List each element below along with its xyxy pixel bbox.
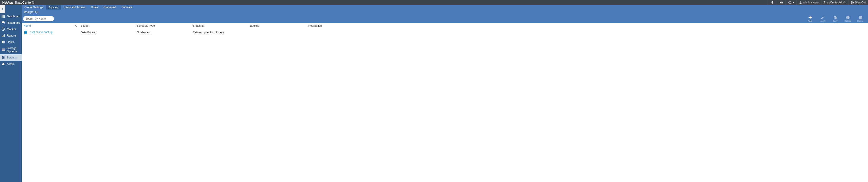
svg-rect-30	[3, 64, 3, 64]
svg-rect-44	[75, 26, 76, 26]
column-snapshot[interactable]: Snapshot	[191, 23, 248, 29]
cell-replication	[307, 29, 868, 36]
svg-rect-17	[2, 36, 2, 37]
tab-roles[interactable]: Roles	[88, 5, 101, 10]
svg-rect-11	[4, 16, 5, 17]
svg-rect-31	[3, 65, 3, 65]
svg-rect-21	[3, 41, 5, 42]
sidebar-item-label: Settings	[7, 56, 17, 59]
toolbar-actions: New Modify Copy Details Delete	[804, 15, 867, 23]
cell-schedule: On demand	[135, 29, 191, 36]
svg-rect-22	[2, 42, 3, 43]
messages-button[interactable]	[777, 0, 786, 5]
sidebar-item-hosts[interactable]: Hosts	[0, 39, 22, 45]
tab-credential[interactable]: Credential	[101, 5, 119, 10]
sidebar-item-reports[interactable]: Reports	[0, 32, 22, 39]
signout-icon	[851, 1, 854, 4]
chevron-down-icon	[793, 2, 794, 3]
sidebar-item-alerts[interactable]: Alerts	[0, 61, 22, 67]
tab-users-access[interactable]: Users and Access	[61, 5, 88, 10]
cell-name[interactable]: psql online backup	[22, 29, 79, 36]
copy-icon	[833, 15, 837, 20]
signout-button[interactable]: Sign Out	[848, 0, 868, 5]
svg-point-27	[2, 57, 3, 57]
search-input[interactable]	[25, 17, 52, 20]
svg-point-38	[848, 16, 848, 17]
svg-rect-6	[2, 15, 2, 15]
help-button[interactable]	[786, 0, 797, 5]
tab-policies[interactable]: Policies	[46, 5, 61, 10]
sidebar-item-resources[interactable]: Resources	[0, 20, 22, 26]
database-icon	[24, 30, 28, 34]
new-button[interactable]: New	[804, 15, 816, 23]
sidebar-item-settings[interactable]: Settings	[0, 54, 22, 61]
user-icon	[799, 1, 802, 4]
policy-type-subheader: PostgreSQL	[22, 10, 868, 14]
column-scope[interactable]: Scope	[79, 23, 135, 29]
sidebar-collapse-toggle[interactable]	[0, 5, 5, 13]
sidebar-item-dashboard[interactable]: Dashboard	[0, 13, 22, 20]
sidebar-item-label: Monitor	[7, 28, 16, 31]
svg-rect-18	[3, 35, 4, 37]
monitor-icon	[1, 27, 5, 31]
reports-icon	[1, 34, 5, 37]
sort-indicator-icon	[74, 25, 77, 27]
details-button[interactable]: Details	[841, 15, 854, 23]
table-header-row: Name Scope Schedule Type Snapshot Backup…	[22, 23, 868, 29]
svg-rect-12	[2, 17, 2, 18]
svg-rect-23	[3, 42, 5, 43]
pencil-icon	[820, 15, 825, 20]
sidebar-item-label: Alerts	[7, 62, 14, 66]
user-menu[interactable]: administrator	[797, 0, 821, 5]
column-backup[interactable]: Backup	[248, 23, 307, 29]
dashboard-icon	[1, 14, 5, 18]
column-schedule[interactable]: Schedule Type	[135, 23, 191, 29]
svg-rect-8	[4, 15, 5, 15]
policies-table: Name Scope Schedule Type Snapshot Backup…	[22, 23, 868, 36]
modify-button[interactable]: Modify	[816, 15, 829, 23]
svg-rect-13	[3, 17, 3, 18]
brand-company: NetApp	[2, 1, 13, 4]
delete-button[interactable]: Delete	[854, 15, 867, 23]
svg-point-4	[789, 3, 790, 3]
info-icon	[846, 15, 850, 20]
help-icon	[788, 1, 792, 4]
svg-rect-39	[859, 17, 862, 19]
sidebar-item-storage[interactable]: Storage Systems	[0, 45, 22, 54]
svg-rect-14	[4, 17, 5, 18]
user-role-label: administrator	[803, 1, 819, 4]
sidebar-item-label: Reports	[7, 34, 17, 37]
main-content: Global Settings Policies Users and Acces…	[22, 5, 868, 182]
svg-rect-35	[835, 17, 837, 20]
trash-icon	[858, 15, 863, 20]
copy-button[interactable]: Copy	[829, 15, 841, 23]
tab-software[interactable]: Software	[119, 5, 135, 10]
column-replication[interactable]: Replication	[307, 23, 868, 29]
svg-rect-19	[4, 34, 5, 37]
tab-global-settings[interactable]: Global Settings	[22, 5, 46, 10]
table-row[interactable]: psql online backup Data Backup On demand…	[22, 29, 868, 36]
resources-icon	[1, 21, 5, 25]
sidebar-item-monitor[interactable]: Monitor	[0, 26, 22, 32]
tenant-label[interactable]: SnapCenterAdmin	[821, 0, 848, 5]
search-box[interactable]	[23, 16, 54, 21]
svg-point-29	[2, 58, 3, 59]
settings-icon	[1, 56, 5, 59]
sidebar-item-label: Dashboard	[7, 15, 20, 18]
mail-icon	[780, 1, 783, 4]
svg-rect-33	[809, 17, 812, 18]
alerts-icon	[1, 62, 5, 66]
svg-rect-41	[860, 16, 861, 16]
brand-product: SnapCenter®	[15, 1, 34, 4]
cell-snapshot: Retain copies for : 7 days	[191, 29, 248, 36]
notifications-button[interactable]	[768, 0, 777, 5]
svg-rect-37	[848, 17, 848, 19]
sidebar-item-label: Resources	[7, 21, 20, 25]
cell-scope: Data Backup	[79, 29, 135, 36]
brand-logo: NetApp SnapCenter®	[1, 1, 34, 4]
svg-rect-25	[2, 49, 5, 50]
storage-icon	[1, 48, 5, 51]
svg-rect-20	[2, 41, 3, 42]
plus-icon	[808, 15, 812, 20]
column-name[interactable]: Name	[22, 23, 79, 29]
